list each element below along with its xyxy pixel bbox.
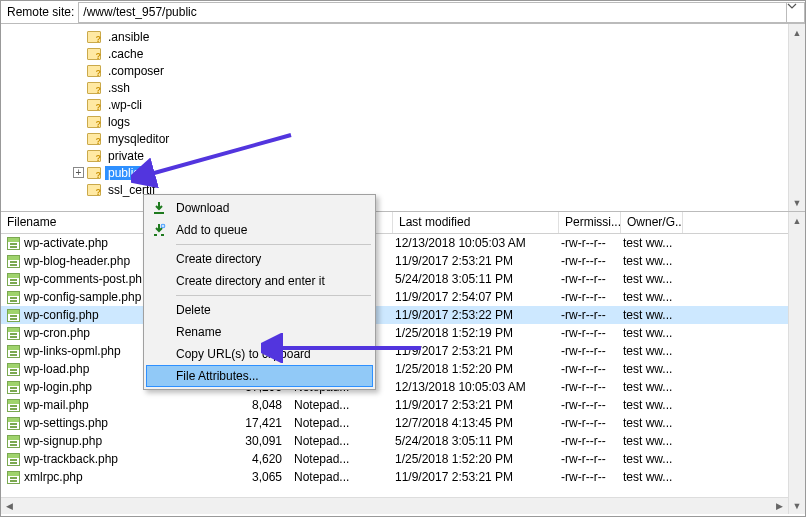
file-owner: test ww... (621, 452, 683, 466)
file-row[interactable]: wp-trackback.php4,620Notepad...1/25/2018… (1, 450, 788, 468)
scroll-up-icon[interactable]: ▲ (789, 24, 805, 41)
remote-tree-pane: .ansible.cache.composer.ssh.wp-clilogsmy… (1, 24, 805, 212)
file-name: wp-activate.php (24, 236, 108, 250)
file-perm: -rw-r--r-- (559, 236, 621, 250)
tree-item-ssl_certif[interactable]: ssl_certif (5, 181, 784, 198)
php-file-icon (7, 327, 20, 340)
ctx-delete[interactable]: Delete (146, 299, 373, 321)
ctx-create-directory[interactable]: Create directory (146, 248, 373, 270)
scroll-down-icon[interactable]: ▼ (789, 194, 805, 211)
file-v-scrollbar[interactable]: ▲ ▼ (788, 212, 805, 514)
scroll-left-icon[interactable]: ◀ (1, 501, 18, 511)
ctx-create-directory-enter[interactable]: Create directory and enter it (146, 270, 373, 292)
php-file-icon (7, 435, 20, 448)
tree-scrollbar[interactable]: ▲ ▼ (788, 24, 805, 211)
file-header-row[interactable]: Filename e Last modified Permissi... Own… (1, 212, 788, 234)
file-row[interactable]: wp-settings.php17,421Notepad...12/7/2018… (1, 414, 788, 432)
php-file-icon (7, 345, 20, 358)
tree-item-composer[interactable]: .composer (5, 62, 784, 79)
ctx-file-attributes[interactable]: File Attributes... (146, 365, 373, 387)
tree-item-ansible[interactable]: .ansible (5, 28, 784, 45)
file-size: 8,048 (226, 398, 292, 412)
file-list-pane: Filename e Last modified Permissi... Own… (1, 212, 805, 514)
ctx-separator (176, 295, 371, 296)
file-owner: test ww... (621, 470, 683, 484)
file-row[interactable]: wp-comments-post.phad...5/24/2018 3:05:1… (1, 270, 788, 288)
annotation-arrow-to-menu (261, 333, 431, 363)
ctx-download-label: Download (176, 201, 229, 215)
folder-unknown-icon (87, 184, 101, 196)
chevron-down-icon (787, 3, 797, 9)
file-date: 11/9/2017 2:53:22 PM (393, 308, 559, 322)
file-type: Notepad... (292, 452, 393, 466)
folder-unknown-icon (87, 99, 101, 111)
file-type: Notepad... (292, 416, 393, 430)
file-owner: test ww... (621, 380, 683, 394)
file-row[interactable]: wp-login.php37,296Notepad...12/13/2018 1… (1, 378, 788, 396)
folder-unknown-icon (87, 48, 101, 60)
scroll-right-icon[interactable]: ▶ (771, 501, 788, 511)
file-name: wp-login.php (24, 380, 92, 394)
file-date: 12/13/2018 10:05:03 AM (393, 236, 559, 250)
file-perm: -rw-r--r-- (559, 272, 621, 286)
tree-label: .wp-cli (105, 98, 145, 112)
tree-label: .composer (105, 64, 167, 78)
file-row[interactable]: wp-config.phpad...11/9/2017 2:53:22 PM-r… (1, 306, 788, 324)
file-perm: -rw-r--r-- (559, 344, 621, 358)
file-name: wp-blog-header.php (24, 254, 130, 268)
file-row[interactable]: xmlrpc.php3,065Notepad...11/9/2017 2:53:… (1, 468, 788, 486)
remote-path-input[interactable] (78, 2, 787, 23)
tree-item-ssh[interactable]: .ssh (5, 79, 784, 96)
scroll-down-icon[interactable]: ▼ (789, 497, 805, 514)
ctx-download[interactable]: Download (146, 197, 373, 219)
file-perm: -rw-r--r-- (559, 362, 621, 376)
remote-path-dropdown[interactable] (787, 2, 805, 23)
file-owner: test ww... (621, 326, 683, 340)
file-h-scrollbar[interactable]: ◀ ▶ (1, 497, 788, 514)
file-row[interactable]: wp-activate.phpad...12/13/2018 10:05:03 … (1, 234, 788, 252)
tree-item-public[interactable]: +public (5, 164, 784, 181)
php-file-icon (7, 381, 20, 394)
ctx-add-to-queue[interactable]: Add to queue (146, 219, 373, 241)
ctx-addqueue-label: Add to queue (176, 223, 247, 237)
tree-item-wpcli[interactable]: .wp-cli (5, 96, 784, 113)
scroll-up-icon[interactable]: ▲ (789, 212, 805, 229)
file-name: wp-config-sample.php (24, 290, 141, 304)
php-file-icon (7, 273, 20, 286)
file-name: wp-cron.php (24, 326, 90, 340)
tree-item-cache[interactable]: .cache (5, 45, 784, 62)
folder-unknown-icon (87, 65, 101, 77)
file-date: 5/24/2018 3:05:11 PM (393, 272, 559, 286)
tree-label: .cache (105, 47, 146, 61)
file-size: 30,091 (226, 434, 292, 448)
file-perm: -rw-r--r-- (559, 452, 621, 466)
file-perm: -rw-r--r-- (559, 416, 621, 430)
file-size: 4,620 (226, 452, 292, 466)
file-row[interactable]: wp-mail.php8,048Notepad...11/9/2017 2:53… (1, 396, 788, 414)
file-owner: test ww... (621, 416, 683, 430)
file-date: 1/25/2018 1:52:20 PM (393, 452, 559, 466)
folder-unknown-icon (87, 82, 101, 94)
php-file-icon (7, 453, 20, 466)
file-row[interactable]: wp-blog-header.phpad...11/9/2017 2:53:21… (1, 252, 788, 270)
file-perm: -rw-r--r-- (559, 254, 621, 268)
file-date: 11/9/2017 2:53:21 PM (393, 470, 559, 484)
file-row[interactable]: wp-signup.php30,091Notepad...5/24/2018 3… (1, 432, 788, 450)
folder-unknown-icon (87, 167, 101, 179)
col-lastmodified[interactable]: Last modified (393, 212, 559, 233)
col-owner[interactable]: Owner/G... (621, 212, 683, 233)
svg-rect-0 (154, 212, 164, 214)
expander-icon[interactable]: + (73, 167, 84, 178)
tree-label: logs (105, 115, 133, 129)
php-file-icon (7, 237, 20, 250)
file-name: xmlrpc.php (24, 470, 83, 484)
file-date: 11/9/2017 2:53:21 PM (393, 398, 559, 412)
tree-item-logs[interactable]: logs (5, 113, 784, 130)
file-type: Notepad... (292, 470, 393, 484)
file-row[interactable]: wp-config-sample.phpad...11/9/2017 2:54:… (1, 288, 788, 306)
php-file-icon (7, 399, 20, 412)
file-perm: -rw-r--r-- (559, 290, 621, 304)
tree-item-private[interactable]: private (5, 147, 784, 164)
col-permissions[interactable]: Permissi... (559, 212, 621, 233)
tree-item-mysqleditor[interactable]: mysqleditor (5, 130, 784, 147)
